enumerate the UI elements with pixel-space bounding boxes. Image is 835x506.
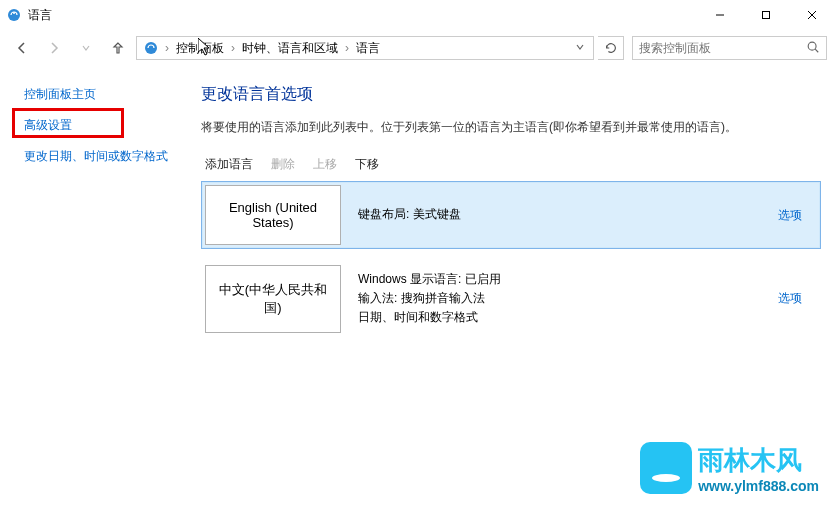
breadcrumb: 控制面板 › 时钟、语言和区域 › 语言 [171,40,569,57]
recent-dropdown[interactable] [72,34,100,62]
maximize-button[interactable] [743,0,789,30]
main: 控制面板主页 高级设置 更改日期、时间或数字格式 更改语言首选项 将要使用的语言… [0,66,835,506]
breadcrumb-icon [143,40,159,56]
svg-point-7 [808,42,816,50]
crumb-language[interactable]: 语言 [351,40,385,57]
language-name: 中文(中华人民共和国) [205,265,341,333]
titlebar-left: 语言 [6,7,52,24]
toolbar-add-language[interactable]: 添加语言 [205,156,253,173]
svg-rect-3 [763,12,770,19]
addressbar: › 控制面板 › 时钟、语言和区域 › 语言 [0,30,835,66]
forward-button[interactable] [40,34,68,62]
svg-point-6 [145,42,157,54]
language-options-link[interactable]: 选项 [778,290,802,307]
refresh-button[interactable] [598,36,624,60]
breadcrumb-dropdown[interactable] [569,41,591,55]
page-description: 将要使用的语言添加到此列表中。位于列表第一位的语言为主语言(即你希望看到并最常使… [201,119,821,136]
language-name: English (United States) [205,185,341,245]
language-detail-line: Windows 显示语言: 已启用 [358,270,501,289]
language-details: 键盘布局: 美式键盘 [344,182,760,248]
language-list: English (United States) 键盘布局: 美式键盘 选项 中文… [201,181,821,337]
sidebar-link-advanced[interactable]: 高级设置 [24,117,185,134]
language-options-cell: 选项 [760,182,820,248]
close-button[interactable] [789,0,835,30]
toolbar: 添加语言 删除 上移 下移 [201,156,821,173]
breadcrumb-wrap: › 控制面板 › 时钟、语言和区域 › 语言 [136,36,594,60]
chevron-right-icon: › [229,41,237,55]
toolbar-move-up[interactable]: 上移 [313,156,337,173]
svg-point-1 [13,12,15,14]
sidebar: 控制面板主页 高级设置 更改日期、时间或数字格式 [0,66,195,506]
language-options-cell: 选项 [760,262,820,336]
chevron-right-icon: › [343,41,351,55]
sidebar-link-datetime-format[interactable]: 更改日期、时间或数字格式 [24,148,185,165]
search-icon[interactable] [806,40,820,57]
language-details: Windows 显示语言: 已启用 输入法: 搜狗拼音输入法 日期、时间和数字格… [344,262,760,336]
toolbar-move-down[interactable]: 下移 [355,156,379,173]
crumb-control-panel[interactable]: 控制面板 [171,40,229,57]
crumb-clock-lang-region[interactable]: 时钟、语言和区域 [237,40,343,57]
content: 更改语言首选项 将要使用的语言添加到此列表中。位于列表第一位的语言为主语言(即你… [195,66,835,506]
language-row[interactable]: English (United States) 键盘布局: 美式键盘 选项 [201,181,821,249]
language-detail-line: 输入法: 搜狗拼音输入法 [358,289,501,308]
minimize-button[interactable] [697,0,743,30]
page-heading: 更改语言首选项 [201,84,821,105]
search-box[interactable] [632,36,827,60]
up-button[interactable] [104,34,132,62]
window-title: 语言 [28,7,52,24]
chevron-right-icon: › [163,41,171,55]
back-button[interactable] [8,34,36,62]
language-detail-line: 日期、时间和数字格式 [358,308,501,327]
window-controls [697,0,835,30]
titlebar: 语言 [0,0,835,30]
app-icon [6,7,22,23]
svg-point-0 [8,9,20,21]
svg-line-8 [815,49,818,52]
language-row[interactable]: 中文(中华人民共和国) Windows 显示语言: 已启用 输入法: 搜狗拼音输… [201,261,821,337]
language-options-link[interactable]: 选项 [778,207,802,224]
language-detail-line: 键盘布局: 美式键盘 [358,205,461,224]
toolbar-remove[interactable]: 删除 [271,156,295,173]
search-input[interactable] [639,41,806,55]
sidebar-link-home[interactable]: 控制面板主页 [24,86,185,103]
